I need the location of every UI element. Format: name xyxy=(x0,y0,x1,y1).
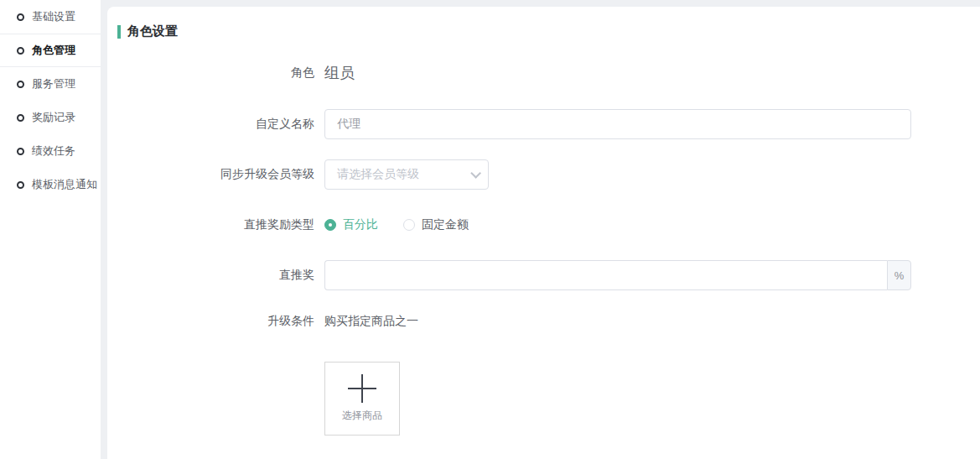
sidebar-item-role-management[interactable]: 角色管理 xyxy=(0,34,101,67)
select-product-button[interactable]: 选择商品 xyxy=(324,362,400,436)
sidebar-item-service-management[interactable]: 服务管理 xyxy=(0,67,101,101)
sidebar-item-label: 绩效任务 xyxy=(32,143,75,159)
sidebar-item-label: 角色管理 xyxy=(32,43,75,58)
custom-name-label: 自定义名称 xyxy=(107,117,314,132)
circle-icon xyxy=(17,81,24,88)
direct-reward-label: 直推奖 xyxy=(107,268,314,283)
role-value: 组员 xyxy=(324,63,355,83)
sidebar-item-label: 基础设置 xyxy=(32,9,75,24)
circle-icon xyxy=(17,114,24,122)
chevron-down-icon xyxy=(470,168,481,179)
percent-unit-suffix: % xyxy=(887,260,911,290)
main-panel: 角色设置 角色 组员 自定义名称 同步升级会员等级 请选择会员等级 直推奖励类型 xyxy=(107,7,980,459)
sync-level-label: 同步升级会员等级 xyxy=(107,167,314,182)
select-product-label: 选择商品 xyxy=(342,409,382,423)
accent-bar xyxy=(117,25,121,39)
form-row-direct-reward: 直推奖 % xyxy=(107,260,980,290)
reward-type-radio-group: 百分比 固定金额 xyxy=(324,217,494,232)
role-label: 角色 xyxy=(107,65,314,81)
form-row-custom-name: 自定义名称 xyxy=(107,109,980,139)
sidebar-item-label: 模板消息通知 xyxy=(32,177,97,192)
page-title: 角色设置 xyxy=(127,23,178,39)
plus-icon xyxy=(348,374,376,403)
radio-option-fixed-amount[interactable]: 固定金额 xyxy=(403,217,469,232)
radio-label: 固定金额 xyxy=(422,217,469,232)
sidebar: 基础设置 角色管理 服务管理 奖励记录 绩效任务 模板消息通知 xyxy=(0,0,101,459)
direct-reward-input[interactable] xyxy=(324,260,887,290)
section-header: 角色设置 xyxy=(117,23,178,39)
upgrade-condition-value: 购买指定商品之一 xyxy=(324,314,418,329)
form-row-sync-level: 同步升级会员等级 请选择会员等级 xyxy=(107,159,980,190)
sidebar-item-template-message-notify[interactable]: 模板消息通知 xyxy=(0,168,101,201)
radio-checked-icon xyxy=(324,219,336,231)
upgrade-condition-label: 升级条件 xyxy=(107,314,314,329)
reward-type-label: 直推奖励类型 xyxy=(107,217,314,232)
form-row-upgrade-condition: 升级条件 购买指定商品之一 xyxy=(107,313,980,329)
form-row-role: 角色 组员 xyxy=(107,62,980,84)
sidebar-item-performance-tasks[interactable]: 绩效任务 xyxy=(0,134,101,168)
circle-icon xyxy=(17,181,24,189)
sidebar-item-basic-settings[interactable]: 基础设置 xyxy=(0,0,101,34)
form-row-reward-type: 直推奖励类型 百分比 固定金额 xyxy=(107,217,980,232)
radio-label: 百分比 xyxy=(343,217,378,232)
sidebar-item-label: 奖励记录 xyxy=(32,110,75,125)
member-level-select[interactable]: 请选择会员等级 xyxy=(324,159,489,190)
radio-unchecked-icon xyxy=(403,219,415,231)
custom-name-input[interactable] xyxy=(324,109,911,139)
circle-icon xyxy=(17,13,24,21)
circle-icon xyxy=(17,148,24,155)
form-row-product-picker: 选择商品 xyxy=(107,362,980,436)
direct-reward-input-group: % xyxy=(324,260,911,290)
sidebar-item-label: 服务管理 xyxy=(32,76,75,91)
select-placeholder: 请选择会员等级 xyxy=(337,167,419,182)
sidebar-item-reward-records[interactable]: 奖励记录 xyxy=(0,101,101,134)
circle-icon xyxy=(17,47,24,55)
radio-option-percentage[interactable]: 百分比 xyxy=(324,217,378,232)
